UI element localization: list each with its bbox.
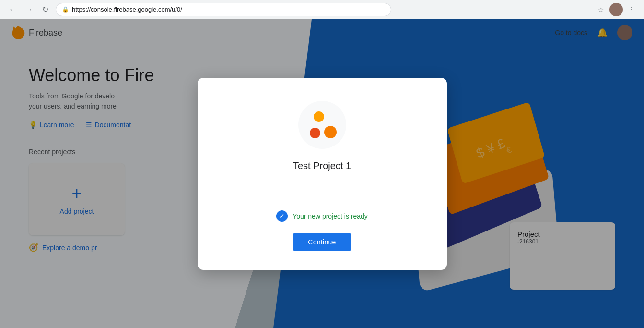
menu-icon[interactable]: ⋮ [625, 3, 638, 16]
modal-project-name: Test Project 1 [293, 160, 351, 171]
address-bar[interactable]: 🔒 https://console.firebase.google.com/u/… [56, 3, 391, 16]
modal-overlay: Test Project 1 ✓ Your new project is rea… [0, 19, 644, 328]
status-text: Your new project is ready [293, 212, 368, 220]
forward-button[interactable]: → [22, 3, 35, 16]
reload-button[interactable]: ↻ [38, 3, 52, 16]
star-icon[interactable]: ☆ [594, 3, 608, 16]
status-check-icon: ✓ [276, 210, 288, 222]
modal-status: ✓ Your new project is ready [276, 210, 368, 222]
dot-red [310, 128, 320, 138]
browser-chrome: ← → ↻ 🔒 https://console.firebase.google.… [0, 0, 644, 19]
project-ready-modal: Test Project 1 ✓ Your new project is rea… [198, 78, 447, 270]
back-button[interactable]: ← [6, 3, 19, 16]
dots-container [308, 110, 337, 139]
browser-actions: ☆ ⋮ [594, 3, 638, 16]
lock-icon: 🔒 [62, 6, 69, 13]
continue-button[interactable]: Continue [293, 233, 351, 251]
browser-avatar[interactable] [609, 3, 623, 16]
url-text: https://console.firebase.google.com/u/0/ [72, 6, 182, 13]
project-logo [298, 101, 346, 149]
main-page: $ ¥ £ € Firebase Go to docs 🔔 Welcome to… [0, 19, 644, 328]
browser-nav: ← → ↻ [6, 3, 52, 16]
profile-icon[interactable] [609, 3, 623, 16]
dot-orange-big [324, 126, 337, 138]
dot-yellow [314, 111, 324, 122]
